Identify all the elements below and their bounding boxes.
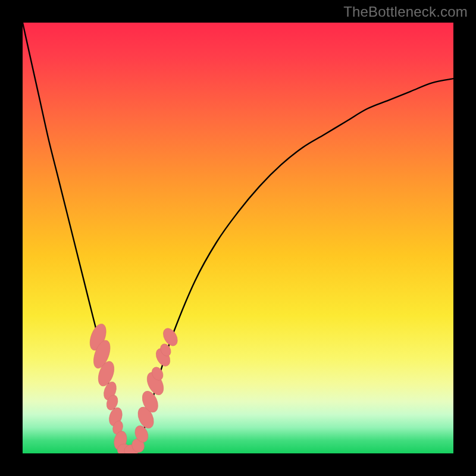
watermark-text: TheBottleneck.com — [343, 4, 468, 20]
plot-area — [23, 23, 453, 453]
chart-svg — [23, 23, 453, 453]
curve-markers — [87, 322, 180, 453]
bottleneck-curve — [23, 23, 453, 453]
chart-frame: TheBottleneck.com — [0, 0, 476, 476]
